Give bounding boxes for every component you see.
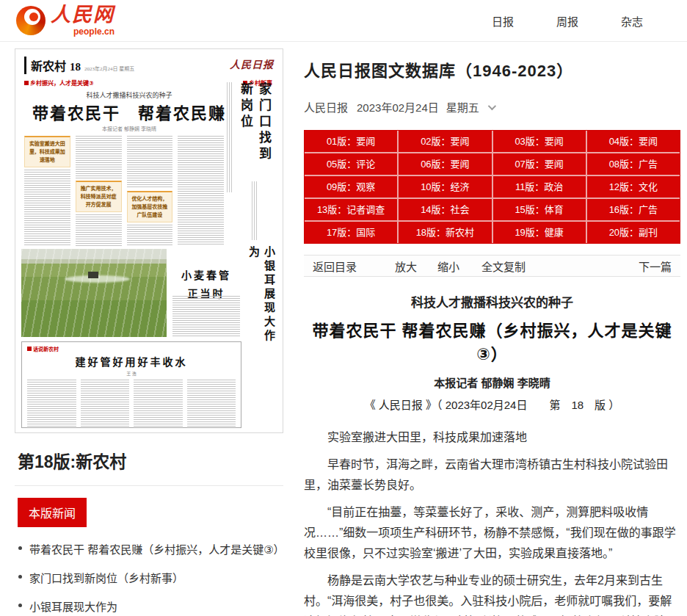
logo-text-cn: 人民网: [51, 5, 114, 25]
page-link-05[interactable]: 05版：评论: [305, 153, 397, 175]
article-paragraph: 杨静是云南大学农艺与种业专业的硕士研究生，去年2月来到古生村。“洱海很美，村子也…: [304, 570, 680, 616]
article-kicker: 科技人才撒播科技兴农的种子: [304, 292, 680, 311]
date-selector[interactable]: 人民日报 2023年02月24日 星期五: [304, 99, 680, 115]
thumb-subhead-3: 优化人才结构，加强基层农技推广队伍建设: [127, 191, 173, 222]
bullet-icon: [18, 604, 22, 607]
page-link-07[interactable]: 07版：要闻: [493, 153, 586, 175]
thumb-boxed-article: 话说新农村 建好管好用好丰收水 王 浩: [21, 341, 241, 428]
page-link-06[interactable]: 06版：要闻: [399, 153, 491, 175]
article-source-line: 《 人民日报 》（ 2023年02月24日 第 18 版 ）: [304, 396, 680, 412]
issue-date: 2023年02月24日: [357, 99, 439, 115]
page-article-list: 带着农民干 帮着农民赚（乡村振兴，人才是关键③） 家门口找到新岗位（乡村新事） …: [15, 535, 283, 616]
right-column: 人民日报图文数据库（1946-2023） 人民日报 2023年02月24日 星期…: [304, 48, 680, 616]
thumb-box-byline: 王 浩: [27, 370, 236, 377]
section-news-badge: 本版新闻: [18, 498, 87, 527]
next-article-button[interactable]: 下一篇: [639, 258, 672, 274]
people-cn-logo[interactable]: 人民网 people.cn: [16, 5, 114, 36]
nav-item-weekly[interactable]: 周报: [556, 13, 578, 29]
divider: [15, 485, 283, 486]
thumb-vertical-filler: [252, 181, 258, 240]
bullet-icon: [18, 546, 22, 550]
thumb-headline: 带着农民干 帮着农民赚: [15, 100, 243, 123]
thumb-subhead-1: 实验室搬进大田里，科技成果加速落地: [24, 136, 70, 167]
newspaper-page-thumbnail[interactable]: 新农村 18 2023年2月24日 星期五 人民日报 乡村振兴，人才是关键③ 乡…: [15, 48, 283, 433]
thumb-date: 2023年2月24日 星期五: [84, 65, 134, 72]
copy-fulltext-button[interactable]: 全文复制: [481, 258, 526, 274]
thumb-vertical-headline: 家门口找到新岗位: [236, 82, 273, 178]
thumb-paper-logo: 人民日报: [230, 57, 274, 71]
article-title: 带着农民干 帮着农民赚（乡村振兴，人才是关键③）: [304, 317, 680, 364]
main-content: 新农村 18 2023年2月24日 星期五 人民日报 乡村振兴，人才是关键③ 乡…: [0, 42, 687, 616]
article-paragraph: 实验室搬进大田里，科技成果加速落地: [304, 427, 680, 448]
database-title: 人民日报图文数据库（1946-2023）: [304, 57, 680, 81]
thumb-masthead: 新农村 18 2023年2月24日 星期五 人民日报: [24, 57, 274, 74]
page-link-16[interactable]: 16版：广告: [587, 199, 680, 220]
thumb-vertical-headline-2: 小银耳展现大作为: [246, 246, 277, 356]
page-link-18[interactable]: 18版：新农村: [399, 222, 491, 243]
people-cn-logo-icon: [16, 6, 46, 35]
nav-item-daily[interactable]: 日报: [492, 13, 514, 29]
thumb-kicker-left: 乡村振兴，人才是关键③: [24, 79, 94, 87]
left-column: 新农村 18 2023年2月24日 星期五 人民日报 乡村振兴，人才是关键③ 乡…: [15, 48, 283, 616]
page-link-14[interactable]: 14版：社会: [399, 199, 491, 220]
issue-weekday: 星期五: [446, 99, 479, 115]
thumb-filler: [172, 296, 240, 337]
kicker-icon: [24, 81, 29, 85]
thumb-subkicker: 科技人才撒播科技兴农的种子: [15, 90, 243, 100]
page-link-10[interactable]: 10版：经济: [399, 176, 491, 198]
thumb-subhead-2: 推广实用技术，科技特派员对症开方促发展: [76, 181, 122, 212]
bullet-icon: [18, 575, 22, 579]
page-link-17[interactable]: 17版：国际: [305, 222, 397, 243]
chevron-down-icon: [488, 101, 496, 109]
zoom-in-button[interactable]: 放大: [395, 258, 417, 274]
tractor-icon: [88, 272, 98, 278]
top-nav: 日报 周报 杂志: [492, 13, 653, 29]
current-page-heading: 第18版:新农村: [18, 448, 283, 473]
thumb-field-photo: [21, 249, 167, 337]
site-header: 人民网 people.cn 日报 周报 杂志: [0, 0, 687, 42]
back-to-contents-button[interactable]: 返回目录: [313, 258, 357, 274]
article-toolbar: 返回目录 放大 缩小 全文复制 下一篇: [304, 255, 680, 277]
page-navigation-grid: 01版：要闻 02版：要闻 03版：要闻 04版：要闻 05版：评论 06版：要…: [304, 130, 680, 244]
page-link-11[interactable]: 11版：政治: [493, 176, 586, 198]
page-link-15[interactable]: 15版：体育: [493, 199, 586, 220]
thumb-byline: 本报记者 郁静娴 李晓晴: [15, 125, 243, 132]
thumb-text-columns: 实验室搬进大田里，科技成果加速落地 推广实用技术，科技特派员对症开方促发展 优化…: [24, 136, 224, 246]
thumb-vertical-filler: [227, 82, 233, 192]
kicker-icon: [27, 347, 32, 351]
page-link-19[interactable]: 19版：健康: [493, 222, 586, 243]
zoom-out-button[interactable]: 缩小: [437, 258, 459, 274]
page-link-20[interactable]: 20版：副刊: [587, 222, 680, 243]
article-paragraph: 早春时节，洱海之畔，云南省大理市湾桥镇古生村科技小院试验田里，油菜薹长势良好。: [304, 454, 680, 496]
article-view: 科技人才撒播科技兴农的种子 带着农民干 帮着农民赚（乡村振兴，人才是关键③） 本…: [304, 292, 680, 616]
page-link-12[interactable]: 12版：文化: [587, 176, 680, 198]
paper-name: 人民日报: [304, 99, 348, 115]
article-list-item[interactable]: 带着农民干 帮着农民赚（乡村振兴，人才是关键③）: [15, 535, 283, 563]
article-byline: 本报记者 郁静娴 李晓晴: [304, 374, 680, 390]
thumb-page-number: 18: [70, 61, 81, 73]
thumb-box-kicker: 话说新农村: [27, 345, 236, 352]
page-link-02[interactable]: 02版：要闻: [399, 131, 491, 152]
nav-item-magazine[interactable]: 杂志: [621, 13, 643, 29]
thumb-section-name: 新农村: [31, 57, 66, 74]
thumb-box-headline: 建好管好用好丰收水: [27, 354, 236, 369]
page-link-08[interactable]: 08版：广告: [587, 153, 680, 175]
page-link-01[interactable]: 01版：要闻: [305, 131, 397, 152]
page-link-04[interactable]: 04版：要闻: [587, 131, 680, 152]
article-body: 实验室搬进大田里，科技成果加速落地 早春时节，洱海之畔，云南省大理市湾桥镇古生村…: [304, 427, 680, 616]
article-list-item[interactable]: 家门口找到新岗位（乡村新事）: [15, 563, 283, 592]
article-paragraph: “目前正在抽薹，等菜薹长好了，采收、测产，测算肥料吸收情况……”细数一项项生产科…: [304, 502, 680, 564]
logo-text-en: people.cn: [73, 27, 114, 36]
page-link-13[interactable]: 13版：记者调查: [305, 199, 397, 220]
page-link-03[interactable]: 03版：要闻: [493, 131, 586, 152]
article-list-item[interactable]: 小银耳展现大作为: [15, 592, 283, 616]
page-link-09[interactable]: 09版：观察: [305, 176, 397, 198]
